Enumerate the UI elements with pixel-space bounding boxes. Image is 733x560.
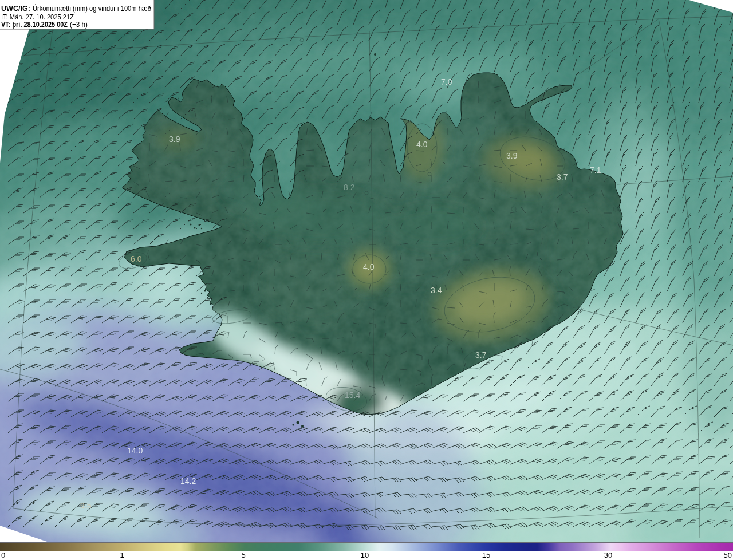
svg-text:3.9: 3.9: [169, 135, 180, 144]
svg-text:10: 10: [361, 551, 369, 559]
svg-text:6.0: 6.0: [131, 254, 142, 263]
svg-text:7.1: 7.1: [590, 165, 601, 175]
svg-text:4.0: 4.0: [416, 140, 428, 149]
svg-text:3.4: 3.4: [431, 286, 442, 295]
svg-text:7.0: 7.0: [441, 77, 452, 86]
svg-text:50: 50: [724, 551, 732, 559]
svg-text:3.7: 3.7: [557, 172, 568, 182]
svg-text:14.0: 14.0: [127, 446, 143, 455]
svg-text:14.2: 14.2: [180, 476, 196, 486]
svg-text:5: 5: [241, 551, 245, 559]
svg-text:VT: þri. 28.10.2025 00Z(+3 h): VT: þri. 28.10.2025 00Z(+3 h): [1, 20, 88, 29]
svg-text:8.2: 8.2: [344, 183, 355, 192]
svg-text:3.7: 3.7: [475, 350, 487, 360]
svg-text:1: 1: [120, 551, 124, 559]
svg-text:4.0: 4.0: [363, 262, 375, 271]
svg-text:UWC/IG:Úrkomumætti (mm) og vin: UWC/IG:Úrkomumætti (mm) og vindur i 100m…: [1, 4, 151, 13]
svg-text:0: 0: [1, 551, 5, 559]
svg-text:3.9: 3.9: [506, 151, 518, 160]
svg-text:15.4: 15.4: [345, 391, 360, 400]
svg-text:30: 30: [604, 551, 612, 559]
svg-text:15: 15: [482, 551, 490, 559]
svg-text:9.5: 9.5: [80, 501, 92, 510]
